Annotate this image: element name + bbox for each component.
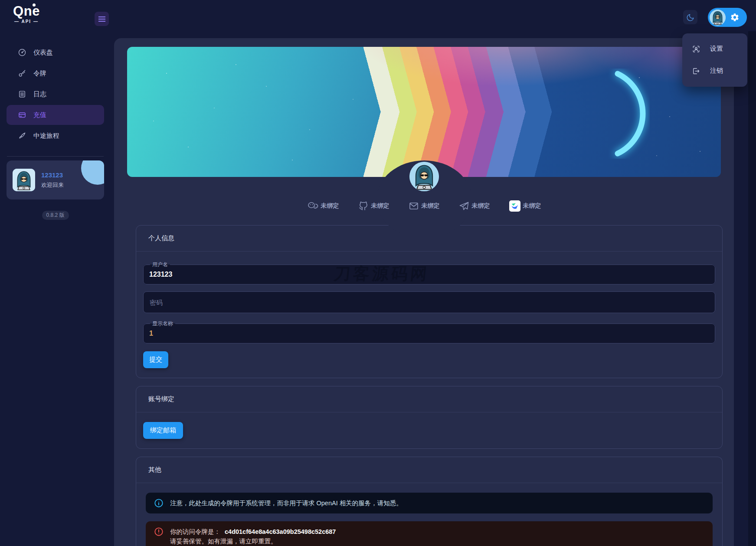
sidebar-item-topup[interactable]: 充值 [7,105,104,125]
sidebar-greeting: 欢迎回来 [41,181,64,189]
sidebar-username: 123123 [41,171,64,179]
error-icon [154,527,164,536]
binding-status: 未绑定 [422,202,440,210]
logo-dot [33,3,36,7]
other-card: 其他 注意，此处生成的令牌用于系统管理，而非用于请求 OpenAI 相关的服务，… [136,457,723,546]
profile-avatar[interactable] [409,162,439,191]
token-prefix: 你的访问令牌是： [170,528,220,535]
binding-github[interactable]: 未绑定 [358,201,389,211]
email-icon [409,201,419,211]
account-binding-card: 账号绑定 绑定邮箱 [136,386,723,449]
token-note: 请妥善保管。如有泄漏，请立即重置。 [170,536,336,546]
menu-item-label: 设置 [710,45,723,53]
binding-wechat[interactable]: 未绑定 [307,201,339,211]
sidebar-item-label: 日志 [33,90,46,98]
user-dropdown-menu: 设置 注销 [682,33,747,87]
menu-item-label: 注销 [710,67,723,75]
access-token-value: c4d01cf64e8a4c63a09b25498c52c687 [225,528,336,535]
binding-status: 未绑定 [472,202,490,210]
hamburger-icon [98,16,105,22]
personal-info-card: 个人信息 用户名 显示名称 提交 [136,225,723,378]
card-decoration-circle [81,160,104,185]
gauge-icon [18,48,26,57]
binding-telegram[interactable]: 未绑定 [459,201,490,211]
gear-icon [730,13,740,22]
app-logo[interactable]: Qne — API — [11,4,42,24]
telegram-icon [459,201,469,211]
token-alert: 你的访问令牌是：c4d01cf64e8a4c63a09b25498c52c687… [146,521,713,546]
sidebar: 仪表盘 令牌 日志 充值 中途旅程 [0,31,111,546]
card-title: 其他 [136,457,722,483]
avatar [710,10,726,26]
log-icon [18,90,26,98]
sidebar-divider [7,156,104,157]
github-icon [358,201,369,211]
sidebar-item-midjourney[interactable]: 中途旅程 [7,126,104,146]
brush-icon [18,131,26,140]
main-panel: 未绑定 未绑定 未绑定 未绑定 未 [114,38,734,546]
version-badge: 0.8.2 版 [42,211,69,220]
logout-icon [692,67,700,75]
username-label: 用户名 [150,261,170,268]
crescent-icon [608,69,650,159]
display-name-field[interactable]: 显示名称 [143,320,715,343]
sidebar-item-tokens[interactable]: 令牌 [7,63,104,83]
theme-toggle-button[interactable] [683,10,697,24]
avatar [13,169,35,191]
binding-status: 未绑定 [371,202,389,210]
sidebar-item-logs[interactable]: 日志 [7,84,104,104]
card-title: 账号绑定 [136,386,722,412]
sidebar-user-card[interactable]: 123123 欢迎回来 [7,160,104,199]
submit-button[interactable]: 提交 [143,351,168,368]
wechat-icon [307,201,318,211]
binding-email[interactable]: 未绑定 [409,201,440,211]
profile-banner-image [127,47,721,177]
account-bindings-row: 未绑定 未绑定 未绑定 未绑定 未 [114,197,734,215]
moon-icon [686,13,695,22]
sidebar-item-label: 充值 [33,111,46,119]
display-name-input[interactable] [149,328,709,339]
sidebar-item-dashboard[interactable]: 仪表盘 [7,43,104,62]
display-name-label: 显示名称 [150,320,175,327]
scrollbar[interactable] [748,31,756,546]
info-alert: 注意，此处生成的令牌用于系统管理，而非用于请求 OpenAI 相关的服务，请知悉… [146,493,713,513]
banner-stars [127,47,128,48]
sidebar-toggle-button[interactable] [95,12,109,26]
password-field[interactable] [143,291,715,313]
binding-lark[interactable]: 未绑定 [509,200,541,212]
credit-card-icon [18,111,26,119]
lark-icon [509,200,520,212]
token-alert-text: 你的访问令牌是：c4d01cf64e8a4c63a09b25498c52c687… [170,527,336,546]
sidebar-item-label: 中途旅程 [33,132,59,140]
binding-status: 未绑定 [523,202,541,210]
username-field[interactable]: 用户名 [143,261,715,284]
password-input[interactable] [150,299,709,306]
username-input[interactable] [149,269,709,280]
sidebar-item-label: 令牌 [33,69,46,78]
user-menu-button[interactable] [708,8,747,27]
topbar: Qne — API — [0,0,756,31]
binding-status: 未绑定 [321,202,339,210]
info-icon [154,498,164,508]
menu-item-logout[interactable]: 注销 [682,60,747,82]
sidebar-item-label: 仪表盘 [33,49,53,57]
key-icon [18,69,26,78]
info-alert-text: 注意，此处生成的令牌用于系统管理，而非用于请求 OpenAI 相关的服务，请知悉… [170,498,403,508]
logo-subtitle: — API — [11,19,42,24]
logo-text: Qne [11,4,42,18]
bind-email-button[interactable]: 绑定邮箱 [143,422,183,439]
user-frame-icon [692,45,700,53]
menu-item-settings[interactable]: 设置 [682,38,747,60]
